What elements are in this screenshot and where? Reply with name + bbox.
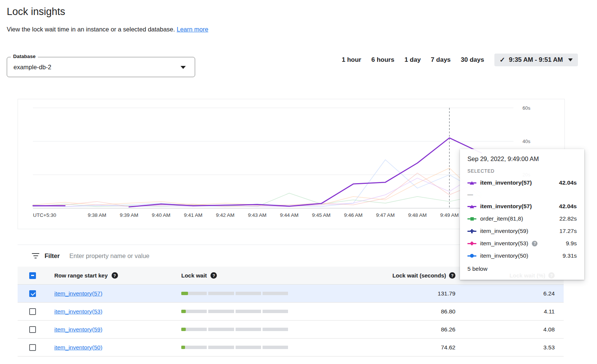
lock-wait-seconds: 74.62 xyxy=(292,344,455,351)
svg-text:60s: 60s xyxy=(522,105,530,111)
database-select[interactable]: Database example-db-2 xyxy=(7,57,195,77)
svg-text:9:47 AM: 9:47 AM xyxy=(376,212,395,218)
help-icon[interactable]: ? xyxy=(210,272,217,279)
lock-wait-bar xyxy=(181,310,288,313)
tooltip-divider: — xyxy=(467,191,577,197)
database-select-label: Database xyxy=(11,54,38,59)
learn-more-link[interactable]: Learn more xyxy=(177,26,208,33)
series-marker-icon xyxy=(467,229,476,233)
row-checkbox[interactable] xyxy=(29,326,36,333)
svg-text:9:48 AM: 9:48 AM xyxy=(408,212,427,218)
check-icon: ✓ xyxy=(500,57,505,63)
lock-wait-seconds: 86.26 xyxy=(292,326,455,333)
time-range-button-1-hour[interactable]: 1 hour xyxy=(342,56,361,64)
lock-wait-percent: 4.08 xyxy=(455,326,564,333)
lock-wait-bar-fill xyxy=(181,346,185,349)
svg-text:9:39 AM: 9:39 AM xyxy=(120,212,139,218)
svg-text:9:40 AM: 9:40 AM xyxy=(152,212,170,218)
custom-time-range-button[interactable]: ✓ 9:35 AM - 9:51 AM xyxy=(494,54,578,66)
row-key-link[interactable]: item_inventory(57) xyxy=(54,290,102,297)
column-header-lock-wait-seconds: Lock wait (seconds) xyxy=(393,272,446,279)
series-marker-icon xyxy=(467,181,476,185)
time-range-button-30-days[interactable]: 30 days xyxy=(461,56,484,64)
svg-text:9:38 AM: 9:38 AM xyxy=(88,212,106,218)
lock-wait-bar-fill xyxy=(181,292,188,295)
table-row[interactable]: item_inventory(59) 86.26 4.08 xyxy=(18,321,564,339)
svg-text:9:49 AM: 9:49 AM xyxy=(440,212,459,218)
table-row[interactable]: item_inventory(57) 131.79 6.24 xyxy=(18,285,564,303)
series-marker-icon xyxy=(467,254,476,258)
table-row[interactable]: item_inventory(50) 74.62 3.53 xyxy=(18,339,564,357)
lock-wait-bar-fill xyxy=(181,310,186,313)
svg-text:UTC+5:30: UTC+5:30 xyxy=(33,212,56,218)
svg-text:9:46 AM: 9:46 AM xyxy=(344,212,363,218)
series-marker-icon xyxy=(467,204,476,209)
help-icon[interactable]: ? xyxy=(112,272,118,279)
svg-text:9:41 AM: 9:41 AM xyxy=(184,212,203,218)
row-checkbox[interactable] xyxy=(29,290,36,297)
lock-wait-percent: 6.24 xyxy=(455,290,564,297)
svg-text:9:45 AM: 9:45 AM xyxy=(312,212,331,218)
tooltip-timestamp: Sep 29, 2022, 9:49:00 AM xyxy=(467,155,577,163)
svg-text:40s: 40s xyxy=(522,139,530,144)
lock-wait-seconds: 131.79 xyxy=(292,290,455,297)
filter-label: Filter xyxy=(45,252,60,260)
row-checkbox[interactable] xyxy=(29,308,36,315)
series-marker-icon xyxy=(467,241,476,246)
series-marker-icon xyxy=(467,216,476,221)
tooltip-selected-label: SELECTED xyxy=(467,169,577,174)
tooltip-series-row: item_inventory(50) ? 9.31s xyxy=(467,252,577,259)
select-all-checkbox[interactable] xyxy=(29,272,36,279)
caret-down-icon xyxy=(568,58,573,61)
chart-tooltip: Sep 29, 2022, 9:49:00 AM SELECTED item_i… xyxy=(460,149,584,280)
row-checkbox[interactable] xyxy=(29,344,36,351)
time-range-button-6-hours[interactable]: 6 hours xyxy=(371,56,394,64)
time-range-button-7-days[interactable]: 7 days xyxy=(431,56,451,64)
database-select-value: example-db-2 xyxy=(13,64,51,71)
tooltip-footer: 5 below xyxy=(467,266,577,272)
lock-wait-percent: 4.11 xyxy=(455,308,564,315)
help-icon[interactable]: ? xyxy=(449,272,455,279)
time-range-button-1-day[interactable]: 1 day xyxy=(404,56,421,64)
table-row[interactable]: item_inventory(53) 86.80 4.11 xyxy=(18,303,564,321)
row-key-link[interactable]: item_inventory(53) xyxy=(54,308,102,315)
column-header-row-range-start-key: Row range start key xyxy=(54,272,108,279)
lock-wait-bar xyxy=(181,346,288,349)
svg-text:9:44 AM: 9:44 AM xyxy=(280,212,299,218)
lock-wait-bar-fill xyxy=(181,328,186,331)
help-icon: ? xyxy=(532,241,537,246)
svg-text:9:42 AM: 9:42 AM xyxy=(216,212,234,218)
tooltip-series-row: item_inventory(57) ? 42.04s xyxy=(467,203,577,210)
tooltip-selected-row: item_inventory(57) ? 42.04s xyxy=(467,179,577,186)
row-key-link[interactable]: item_inventory(50) xyxy=(54,344,102,351)
lock-wait-percent: 3.53 xyxy=(455,344,564,351)
page-description: View the lock wait time in an instance o… xyxy=(7,26,175,33)
lock-wait-seconds: 86.80 xyxy=(292,308,455,315)
tooltip-series-row: item_inventory(59) ? 17.27s xyxy=(467,228,577,234)
dropdown-arrow-icon xyxy=(181,66,186,69)
page-title: Lock insights xyxy=(7,6,65,18)
tooltip-series-row: order_item(81,8) ? 22.82s xyxy=(467,215,577,222)
filter-icon xyxy=(32,253,39,258)
tooltip-series-row: item_inventory(53) ? 9.9s xyxy=(467,240,577,247)
lock-wait-bar xyxy=(181,328,288,331)
time-range-selector: 1 hour 6 hours 1 day 7 days 30 days ✓ 9:… xyxy=(342,52,578,67)
column-header-lock-wait: Lock wait xyxy=(181,272,207,279)
custom-time-range-label: 9:35 AM - 9:51 AM xyxy=(509,56,563,64)
lock-wait-bar xyxy=(181,292,288,295)
svg-text:9:43 AM: 9:43 AM xyxy=(248,212,267,218)
row-key-link[interactable]: item_inventory(59) xyxy=(54,326,102,333)
